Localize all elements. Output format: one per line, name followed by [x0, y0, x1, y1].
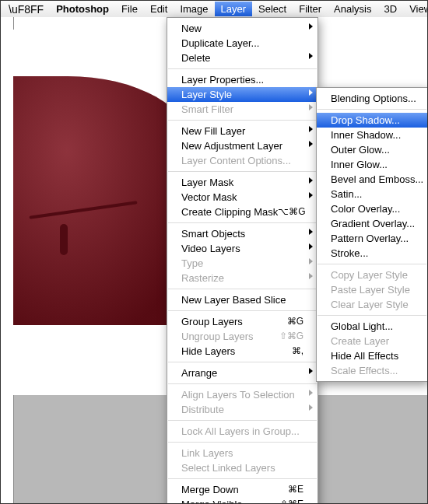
- layer-menu-item-hide-layers[interactable]: Hide Layers⌘,: [167, 344, 317, 359]
- layer-menu-item-type: Type: [167, 256, 317, 271]
- layer-style-item-inner-shadow[interactable]: Inner Shadow...: [317, 128, 427, 142]
- layer-style-item-label: Stroke...: [331, 247, 413, 260]
- layer-menu-item-vector-mask[interactable]: Vector Mask: [167, 190, 317, 205]
- layer-menu-item-label: New Layer Based Slice: [181, 293, 303, 306]
- layer-style-item-label: Color Overlay...: [331, 202, 413, 215]
- layer-style-item-global-light[interactable]: Global Light...: [317, 319, 427, 334]
- layer-style-item-clear-layer-style: Clear Layer Style: [317, 297, 427, 312]
- apple-menu-icon[interactable]: \uF8FF: [5, 3, 50, 16]
- layer-menu-item-label: Hide Layers: [181, 345, 292, 358]
- layer-menu-item-new-fill-layer[interactable]: New Fill Layer: [167, 124, 317, 138]
- menu-image[interactable]: Image: [174, 2, 214, 16]
- layer-menu-item-distribute: Distribute: [167, 402, 317, 417]
- layer-menu-item-label: Merge Visible: [181, 498, 280, 504]
- layer-menu-item-separator: [168, 478, 317, 479]
- layer-menu-item-smart-objects[interactable]: Smart Objects: [167, 226, 317, 241]
- layer-style-item-label: Paste Layer Style: [331, 283, 413, 296]
- submenu-arrow-icon: [309, 126, 313, 132]
- menu-filter[interactable]: Filter: [293, 2, 328, 16]
- layer-style-item-gradient-overlay[interactable]: Gradient Overlay...: [317, 216, 427, 231]
- layer-menu-item-label: Arrange: [181, 366, 303, 380]
- layer-style-item-paste-layer-style: Paste Layer Style: [317, 282, 427, 297]
- menu-edit[interactable]: Edit: [144, 2, 174, 16]
- layer-menu-item-label: Type: [181, 257, 303, 270]
- submenu-arrow-icon: [309, 89, 313, 96]
- layer-menu-item-label: New: [181, 22, 303, 35]
- submenu-arrow-icon: [309, 404, 313, 411]
- layer-dropdown-menu: NewDuplicate Layer...DeleteLayer Propert…: [167, 17, 318, 504]
- layer-menu-item-delete[interactable]: Delete: [167, 51, 317, 65]
- layer-menu-item-label: Smart Filter: [181, 103, 303, 116]
- app-name[interactable]: Photoshop: [50, 2, 115, 16]
- ruler-vertical: [1, 17, 14, 503]
- layer-menu-item-layer-mask[interactable]: Layer Mask: [167, 175, 317, 190]
- layer-menu-item-smart-filter: Smart Filter: [167, 102, 317, 117]
- submenu-arrow-icon: [309, 23, 313, 30]
- menu-analysis[interactable]: Analysis: [328, 2, 377, 16]
- layer-menu-item-label: Group Layers: [181, 315, 287, 328]
- layer-style-item-create-layer: Create Layer: [317, 334, 427, 348]
- layer-style-item-scale-effects: Scale Effects...: [317, 363, 427, 378]
- layer-menu-item-layer-properties[interactable]: Layer Properties...: [167, 72, 317, 87]
- layer-menu-item-label: Layer Style: [181, 88, 303, 101]
- layer-menu-item-shortcut: ⌘G: [287, 315, 303, 328]
- layer-style-item-stroke[interactable]: Stroke...: [317, 246, 427, 261]
- layer-style-item-bevel-and-emboss[interactable]: Bevel and Emboss...: [317, 172, 427, 187]
- menu-view[interactable]: View: [403, 2, 428, 16]
- layer-style-item-color-overlay[interactable]: Color Overlay...: [317, 201, 427, 216]
- menubar: \uF8FF Photoshop File Edit Image Layer S…: [1, 1, 427, 18]
- layer-menu-item-shortcut: ⇧⌘E: [280, 498, 303, 504]
- submenu-arrow-icon: [309, 273, 313, 279]
- layer-style-item-pattern-overlay[interactable]: Pattern Overlay...: [317, 231, 427, 246]
- layer-style-item-inner-glow[interactable]: Inner Glow...: [317, 157, 427, 172]
- layer-style-item-label: Satin...: [331, 187, 413, 201]
- layer-menu-item-shortcut: ⌥⌘G: [278, 205, 305, 219]
- layer-menu-item-merge-visible[interactable]: Merge Visible⇧⌘E: [167, 497, 317, 504]
- layer-style-item-drop-shadow[interactable]: Drop Shadow...: [317, 113, 427, 128]
- product-zipper-pull: [60, 224, 68, 255]
- layer-menu-item-duplicate-layer[interactable]: Duplicate Layer...: [167, 36, 317, 51]
- layer-menu-item-layer-style[interactable]: Layer Style: [167, 87, 317, 102]
- layer-menu-item-new-adjustment-layer[interactable]: New Adjustment Layer: [167, 138, 317, 153]
- layer-menu-item-merge-down[interactable]: Merge Down⌘E: [167, 482, 317, 497]
- layer-menu-item-separator: [168, 383, 317, 384]
- layer-style-item-blending-options[interactable]: Blending Options...: [317, 91, 427, 106]
- layer-menu-item-video-layers[interactable]: Video Layers: [167, 241, 317, 256]
- layer-menu-item-group-layers[interactable]: Group Layers⌘G: [167, 314, 317, 329]
- layer-menu-item-shortcut: ⌘E: [288, 483, 303, 496]
- layer-menu-item-label: Duplicate Layer...: [181, 37, 303, 50]
- layer-menu-item-new-layer-based-slice[interactable]: New Layer Based Slice: [167, 292, 317, 307]
- layer-menu-item-separator: [168, 289, 317, 289]
- layer-menu-item-separator: [168, 68, 317, 69]
- layer-menu-item-label: Align Layers To Selection: [181, 388, 303, 401]
- layer-menu-item-lock-all-layers-in-group: Lock All Layers in Group...: [167, 424, 317, 439]
- layer-menu-item-label: Select Linked Layers: [181, 461, 303, 474]
- layer-style-item-separator: [317, 109, 426, 110]
- layer-style-item-hide-all-effects[interactable]: Hide All Effects: [317, 348, 427, 363]
- layer-menu-item-align-layers-to-selection: Align Layers To Selection: [167, 387, 317, 402]
- submenu-arrow-icon: [309, 141, 313, 147]
- menu-file[interactable]: File: [115, 2, 144, 16]
- layer-menu-item-label: Layer Content Options...: [181, 154, 303, 167]
- layer-style-submenu: Blending Options...Drop Shadow...Inner S…: [316, 87, 428, 382]
- layer-menu-item-create-clipping-mask[interactable]: Create Clipping Mask⌥⌘G: [167, 205, 317, 219]
- layer-menu-item-label: Smart Objects: [181, 227, 303, 240]
- menu-3d[interactable]: 3D: [378, 2, 404, 16]
- layer-menu-item-layer-content-options: Layer Content Options...: [167, 153, 317, 168]
- layer-menu-item-arrange[interactable]: Arrange: [167, 366, 317, 380]
- layer-menu-item-label: Distribute: [181, 403, 303, 416]
- layer-style-item-label: Inner Glow...: [331, 158, 413, 171]
- submenu-arrow-icon: [309, 104, 313, 110]
- layer-menu-item-separator: [168, 362, 317, 362]
- layer-style-item-label: Pattern Overlay...: [331, 232, 413, 245]
- layer-menu-item-label: New Fill Layer: [181, 124, 303, 138]
- layer-style-item-outer-glow[interactable]: Outer Glow...: [317, 142, 427, 157]
- layer-menu-item-label: Rasterize: [181, 271, 303, 285]
- menu-select[interactable]: Select: [252, 2, 293, 16]
- layer-style-item-satin[interactable]: Satin...: [317, 187, 427, 201]
- layer-menu-item-new[interactable]: New: [167, 21, 317, 36]
- layer-menu-item-link-layers: Link Layers: [167, 446, 317, 460]
- product-image-shading: [13, 76, 192, 325]
- layer-menu-item-label: New Adjustment Layer: [181, 139, 303, 152]
- menu-layer[interactable]: Layer: [215, 2, 253, 16]
